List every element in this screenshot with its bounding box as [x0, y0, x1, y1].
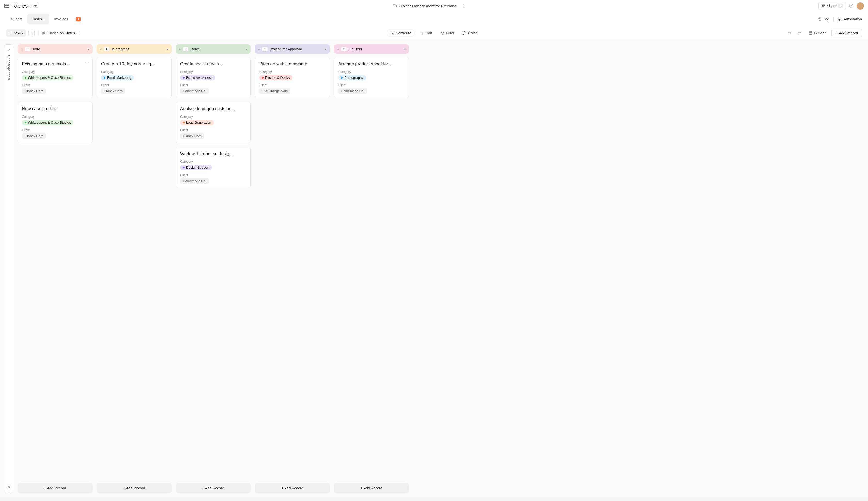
views-button[interactable]: Views	[6, 30, 26, 37]
kanban-board: ⤢ Uncategorised 0 ⠿2Todo▾⋯Existing help …	[0, 40, 868, 497]
client-pill: Globex Corp	[101, 88, 125, 94]
category-dot-icon	[183, 167, 185, 168]
user-avatar[interactable]	[857, 2, 864, 10]
plus-icon: +	[44, 486, 47, 490]
card-title: Analyse lead gen costs an...	[180, 106, 246, 112]
divider	[38, 30, 39, 36]
category-pill: Lead Generation	[180, 120, 214, 125]
svg-rect-0	[5, 4, 9, 8]
more-icon[interactable]: ⋮	[77, 31, 81, 35]
svg-rect-9	[45, 32, 46, 34]
column-header[interactable]: ⠿1In progress▾	[97, 44, 171, 54]
category-label: Category	[259, 70, 325, 74]
column-in-progress: ⠿1In progress▾Create a 10-day nurturing.…	[97, 44, 171, 493]
column-header[interactable]: ⠿1On Hold▾	[334, 44, 409, 54]
category-value: Photography	[344, 76, 364, 79]
color-button[interactable]: Color	[459, 29, 480, 37]
log-button[interactable]: Log	[818, 17, 829, 21]
add-record-column-button[interactable]: + Add Record	[97, 483, 171, 493]
add-record-button[interactable]: + Add Record	[831, 29, 862, 38]
filter-button[interactable]: Filter	[437, 29, 457, 37]
share-button[interactable]: Share 2	[818, 2, 846, 10]
add-record-column-button[interactable]: + Add Record	[334, 483, 409, 493]
task-card[interactable]: Pitch on website revampCategoryPitches &…	[255, 57, 330, 98]
add-record-column-button[interactable]: + Add Record	[176, 483, 251, 493]
tab-clients[interactable]: Clients	[6, 14, 28, 24]
client-pill: Globex Corp	[22, 88, 46, 94]
card-more-icon[interactable]: ⋯	[85, 60, 89, 64]
category-pill: Email Marketing	[101, 75, 134, 80]
automation-label: Automation	[844, 17, 862, 21]
client-label: Client	[259, 83, 325, 87]
client-pill: Globex Corp	[22, 133, 46, 139]
category-label: Category	[101, 70, 167, 74]
kanban-icon	[42, 31, 46, 35]
task-card[interactable]: Create a 10-day nurturing...CategoryEmai…	[97, 57, 171, 98]
client-pill: Homemade Co.	[338, 88, 367, 94]
builder-button[interactable]: Builder	[805, 30, 829, 37]
add-tab-button[interactable]: +	[76, 17, 81, 21]
project-name[interactable]: Project Management for Freelanc...	[399, 4, 460, 8]
category-label: Category	[180, 70, 246, 74]
task-card[interactable]: New case studiesCategoryWhitepapers & Ca…	[18, 102, 93, 143]
column-waiting: ⠿1Waiting for Approval▾Pitch on website …	[255, 44, 330, 493]
column-title: In progress	[112, 47, 165, 51]
client-label: Client	[22, 128, 88, 132]
column-todo: ⠿2Todo▾⋯Existing help materials...Catego…	[18, 44, 93, 493]
expand-icon[interactable]: ⤢	[7, 48, 10, 52]
task-card[interactable]: Work with in-house desig...CategoryDesig…	[176, 147, 251, 188]
sort-button[interactable]: Sort	[417, 29, 435, 37]
client-pill: The Orange Note	[259, 88, 290, 94]
task-card[interactable]: Analyse lead gen costs an...CategoryLead…	[176, 102, 251, 143]
palette-icon	[462, 31, 467, 35]
add-record-col-label: Add Record	[205, 486, 224, 490]
configure-button[interactable]: Configure	[387, 29, 415, 37]
column-header[interactable]: ⠿3Done▾	[176, 44, 251, 54]
tab-tasks-label: Tasks	[32, 17, 42, 21]
task-card[interactable]: Create social media...CategoryBrand Awar…	[176, 57, 251, 98]
project-more-icon[interactable]: ⋮	[462, 4, 465, 8]
card-title: Work with in-house desig...	[180, 151, 246, 157]
add-view-button[interactable]: +	[29, 30, 35, 36]
view-selector[interactable]: Based on Status ⋮	[42, 31, 81, 35]
svg-rect-8	[44, 32, 45, 34]
log-label: Log	[823, 17, 829, 21]
column-header[interactable]: ⠿2Todo▾	[18, 44, 93, 54]
tab-tasks[interactable]: Tasks ▾	[28, 14, 49, 24]
category-value: Whitepapers & Case Studies	[28, 120, 71, 125]
category-label: Category	[180, 115, 246, 118]
drag-handle-icon[interactable]: ⠿	[179, 47, 181, 51]
task-card[interactable]: ⋯Existing help materials...CategoryWhite…	[18, 57, 93, 98]
collapse-icon[interactable]: ▾	[88, 47, 90, 51]
drag-handle-icon[interactable]: ⠿	[21, 47, 23, 51]
tab-invoices[interactable]: Invoices	[49, 14, 73, 24]
undo-button[interactable]	[786, 29, 793, 37]
collapse-icon[interactable]: ▾	[246, 47, 248, 51]
collapse-icon[interactable]: ▾	[325, 47, 327, 51]
sort-icon	[420, 31, 424, 35]
column-title: Todo	[32, 47, 85, 51]
card-title: Pitch on website revamp	[259, 61, 325, 67]
card-title: Create a 10-day nurturing...	[101, 61, 167, 67]
help-icon[interactable]	[849, 4, 854, 8]
svg-point-10	[391, 33, 393, 34]
drag-handle-icon[interactable]: ⠿	[258, 47, 260, 51]
category-dot-icon	[341, 77, 343, 78]
plus-icon: +	[835, 31, 837, 35]
add-record-column-button[interactable]: + Add Record	[18, 483, 93, 493]
drag-handle-icon[interactable]: ⠿	[100, 47, 102, 51]
gear-icon	[390, 31, 394, 35]
add-record-column-button[interactable]: + Add Record	[255, 483, 330, 493]
task-card[interactable]: Arrange product shoot for...CategoryPhot…	[334, 57, 409, 98]
category-label: Category	[338, 70, 405, 74]
based-on-label: Based on Status	[48, 31, 75, 35]
automation-button[interactable]: Automation	[838, 17, 862, 21]
collapse-icon[interactable]: ▾	[404, 47, 406, 51]
builder-label: Builder	[814, 31, 826, 35]
tables-logo-icon	[4, 3, 9, 9]
filter-icon	[440, 31, 445, 35]
redo-button[interactable]	[796, 29, 803, 37]
drag-handle-icon[interactable]: ⠿	[337, 47, 339, 51]
column-header[interactable]: ⠿1Waiting for Approval▾	[255, 44, 330, 54]
collapse-icon[interactable]: ▾	[167, 47, 168, 51]
